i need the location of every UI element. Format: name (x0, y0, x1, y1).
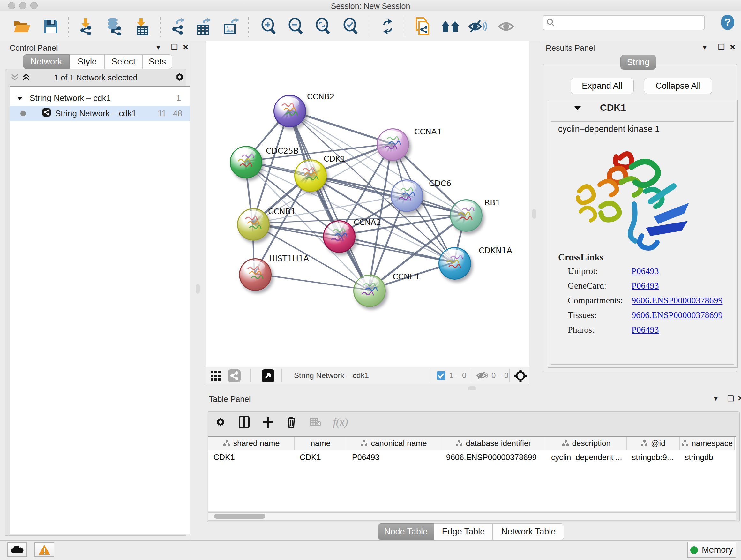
zoom-selected-icon[interactable] (341, 17, 361, 36)
column-header-namespace[interactable]: namespace (680, 437, 735, 449)
results-panel-title: Results Panel (546, 44, 595, 53)
node-RB1[interactable] (450, 199, 482, 232)
panel-close-icon[interactable]: ✕ (183, 43, 189, 52)
search-field[interactable] (542, 15, 705, 30)
table-row[interactable]: CDK1CDK1P064939606.ENSP00000378699cyclin… (208, 450, 735, 464)
right-splitter-handle[interactable] (532, 209, 536, 219)
import-table-icon[interactable] (132, 17, 152, 36)
panel-float-icon[interactable]: ❑ (727, 394, 734, 403)
table-cell[interactable]: cyclin–dependent ... (546, 450, 627, 464)
help-icon[interactable]: ? (720, 14, 736, 32)
node-CDC6[interactable] (391, 179, 423, 212)
string-view-icon[interactable] (228, 369, 241, 383)
grid-view-icon[interactable] (210, 370, 221, 383)
panel-float-icon[interactable]: ❑ (718, 43, 725, 52)
tab-style[interactable]: Style (70, 54, 105, 69)
tab-string[interactable]: String (620, 55, 656, 70)
import-network-icon[interactable] (76, 17, 96, 36)
create-column-icon[interactable] (259, 414, 277, 430)
tab-network-table[interactable]: Network Table (493, 523, 564, 540)
export-table-icon[interactable] (194, 17, 214, 36)
node-CCNA2[interactable] (323, 220, 355, 253)
crosslink-value-link[interactable]: P06493 (631, 281, 659, 291)
detach-view-icon[interactable] (262, 369, 274, 383)
pan-crosshair-icon[interactable] (514, 369, 527, 384)
import-network-from-database-icon[interactable] (104, 17, 124, 36)
panel-menu-icon[interactable]: ▾ (156, 43, 160, 52)
node-HIST1H1A[interactable] (239, 258, 272, 291)
column-header-database-identifier[interactable]: database identifier (441, 437, 546, 449)
entry-collapse-triangle-icon[interactable] (574, 105, 582, 112)
new-network-from-selection-icon[interactable] (412, 17, 432, 36)
first-neighbors-icon[interactable] (441, 17, 461, 36)
table-cell[interactable]: CDK1 (294, 450, 347, 464)
panel-close-icon[interactable]: ✕ (738, 394, 741, 403)
column-header--id[interactable]: @id (627, 437, 680, 449)
warning-icon[interactable] (35, 543, 54, 557)
edge-CCNA2-CDKN1A[interactable] (338, 236, 454, 262)
node-CCNA1[interactable] (377, 128, 409, 161)
collapse-triangle-icon[interactable] (16, 93, 23, 103)
network-view[interactable]: CCNB2CCNA1CDC25BCDK1CDC6RB1CCNB1CCNA2CDK… (205, 41, 529, 367)
table-cell[interactable]: stringdb:9... (627, 450, 680, 464)
export-network-icon[interactable] (169, 17, 188, 36)
column-header-canonical-name[interactable]: canonical name (347, 437, 441, 449)
tab-node-table[interactable]: Node Table (378, 523, 434, 540)
node-CDK1[interactable] (294, 159, 327, 192)
memory-button[interactable]: Memory (687, 542, 736, 558)
table-cell[interactable]: 9606.ENSP00000378699 (441, 450, 546, 464)
panel-menu-icon[interactable]: ▾ (714, 394, 718, 403)
show-all-icon[interactable] (497, 17, 517, 36)
column-header-description[interactable]: description (546, 437, 627, 449)
node-CCNE1[interactable] (353, 274, 386, 307)
crosslink-value-link[interactable]: 9606.ENSP00000378699 (631, 310, 723, 320)
tab-edge-table[interactable]: Edge Table (434, 523, 493, 540)
apply-layout-icon[interactable] (378, 17, 398, 36)
delete-column-icon[interactable] (282, 414, 300, 430)
network-options-gear-icon[interactable] (175, 72, 185, 83)
table-options-gear-icon[interactable] (212, 414, 229, 430)
table-cell[interactable]: stringdb (680, 450, 735, 464)
node-CCNB2[interactable] (273, 95, 306, 127)
table-cell[interactable]: P06493 (347, 450, 441, 464)
crosslink-value-link[interactable]: 9606.ENSP00000378699 (631, 295, 723, 306)
protein-structure-image (570, 140, 704, 258)
cloud-icon[interactable] (7, 543, 27, 557)
column-mapping-icon (223, 440, 230, 447)
bottom-splitter-handle[interactable] (468, 386, 476, 390)
tab-network[interactable]: Network (23, 54, 70, 69)
selected-nodes-checkbox[interactable] (436, 371, 446, 381)
node-gloss (300, 162, 320, 173)
node-CCNB1[interactable] (237, 208, 270, 241)
show-columns-icon[interactable] (235, 414, 253, 430)
tab-select[interactable]: Select (105, 54, 142, 69)
panel-float-icon[interactable]: ❑ (171, 43, 178, 52)
search-input[interactable] (557, 16, 699, 28)
export-image-icon[interactable] (221, 17, 241, 36)
node-gloss (235, 148, 256, 159)
table-hscroll-thumb[interactable] (214, 514, 265, 519)
collapse-all-button[interactable]: Collapse All (644, 78, 712, 94)
zoom-fit-icon[interactable] (313, 17, 333, 36)
zoom-out-icon[interactable] (286, 17, 306, 36)
panel-close-icon[interactable]: ✕ (730, 43, 736, 52)
node-CDC25B[interactable] (230, 146, 262, 179)
crosslink-value-link[interactable]: P06493 (631, 266, 659, 276)
tab-sets[interactable]: Sets (142, 54, 172, 69)
footer-separator (250, 369, 251, 382)
column-header-shared-name[interactable]: shared name (208, 437, 294, 449)
node-CDKN1A[interactable] (439, 247, 471, 280)
table-cell[interactable]: CDK1 (208, 450, 294, 464)
column-header-name[interactable]: name (294, 437, 347, 449)
panel-menu-icon[interactable]: ▾ (703, 43, 706, 52)
expand-all-button[interactable]: Expand All (570, 78, 634, 94)
open-session-icon[interactable] (12, 17, 32, 36)
zoom-in-icon[interactable] (259, 17, 279, 36)
network-collection-row[interactable]: String Network – cdk1 1 (10, 90, 190, 106)
node-gloss (243, 211, 263, 222)
hide-selected-icon[interactable] (468, 17, 488, 36)
left-splitter-handle[interactable] (196, 284, 200, 294)
save-session-icon[interactable] (41, 17, 61, 36)
network-row[interactable]: String Network – cdk1 11 48 (10, 106, 190, 121)
crosslink-value-link[interactable]: P06493 (631, 325, 659, 335)
